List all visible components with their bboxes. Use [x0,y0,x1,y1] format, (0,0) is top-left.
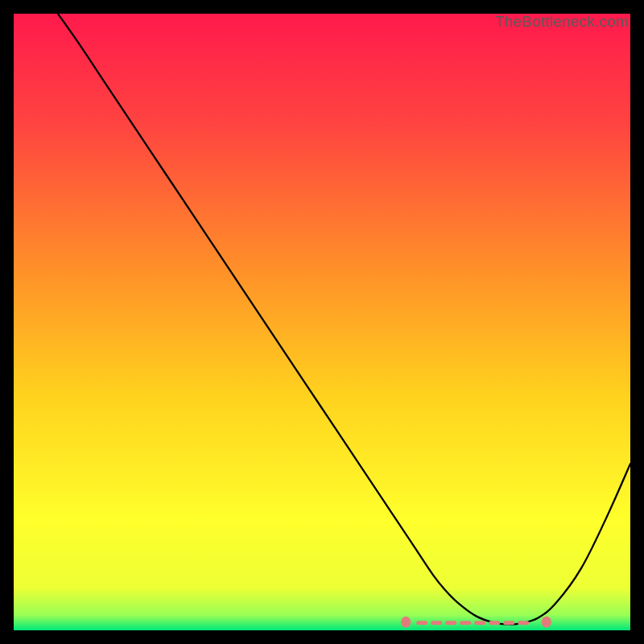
trough-dash [489,621,500,625]
trough-dash [503,621,514,625]
trough-dash [460,621,471,625]
trough-dash [474,621,485,625]
trough-end-marker [542,617,551,628]
chart-frame: TheBottleneck.com [14,14,630,630]
trough-dash [445,621,456,625]
trough-dash [416,621,427,625]
trough-end-marker [401,617,411,628]
watermark-text: TheBottleneck.com [495,13,629,31]
bottleneck-chart [14,14,630,630]
gradient-background [14,14,630,630]
trough-dash [518,621,529,625]
trough-dash [431,621,442,625]
